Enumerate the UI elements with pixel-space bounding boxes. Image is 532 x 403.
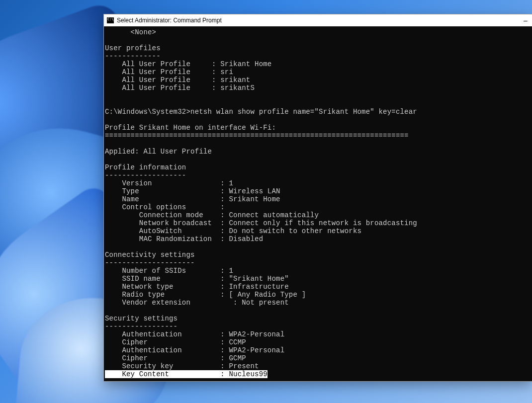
output-line: ========================================… (105, 132, 409, 140)
section-header: Profile information (105, 163, 186, 171)
terminal-output[interactable]: <None> User profiles ------------- All U… (104, 26, 532, 381)
section-header: Connectivity settings (105, 251, 195, 259)
output-line: Network type : Infrastructure (105, 283, 289, 291)
output-line: All User Profile : srikant (105, 76, 250, 84)
output-line: Connection mode : Connect automatically (105, 211, 319, 219)
output-line: Type : Wireless LAN (105, 187, 280, 195)
output-line: ------------- (105, 52, 161, 60)
output-line: Applied: All User Profile (105, 148, 212, 156)
output-line: Authentication : WPA2-Personal (105, 346, 284, 354)
command-prompt-window: Select Administrator: Command Prompt – <… (103, 14, 532, 382)
output-line: Name : Srikant Home (105, 195, 280, 203)
output-line: Cipher : GCMP (105, 354, 246, 362)
output-line: All User Profile : Srikant Home (105, 60, 271, 68)
cmd-icon (107, 17, 114, 23)
output-line: ------------------- (105, 171, 186, 179)
output-line: All User Profile : sri (105, 68, 233, 76)
output-line: Radio type : [ Any Radio Type ] (105, 291, 306, 299)
titlebar[interactable]: Select Administrator: Command Prompt – (104, 14, 532, 26)
output-line: Vendor extension : Not present (105, 299, 289, 307)
output-line: Cipher : CCMP (105, 338, 246, 346)
output-line: Number of SSIDs : 1 (105, 267, 233, 275)
output-line: Control options : (105, 203, 225, 211)
output-line: Security key : Present (105, 362, 259, 370)
minimize-button[interactable]: – (522, 17, 529, 24)
output-line: All User Profile : srikantS (105, 84, 255, 92)
output-line: ----------------- (105, 322, 177, 330)
section-header: Security settings (105, 315, 177, 322)
output-line: Profile Srikant Home on interface Wi-Fi: (105, 124, 276, 132)
output-line: MAC Randomization : Disabled (105, 235, 263, 243)
window-title: Select Administrator: Command Prompt (117, 17, 519, 24)
output-line: Version : 1 (105, 179, 233, 187)
output-line: --------------------- (105, 259, 195, 267)
window-controls: – (522, 14, 529, 26)
output-line: SSID name : "Srikant Home" (105, 275, 289, 283)
output-line: Authentication : WPA2-Personal (105, 330, 284, 338)
output-line: User profiles (105, 44, 161, 52)
command-line: C:\Windows\System32>netsh wlan show prof… (105, 108, 417, 116)
output-line: <None> (105, 28, 156, 36)
key-content-highlight: Key Content : Nucleus99 (105, 370, 267, 378)
output-line: Network broadcast : Connect only if this… (105, 219, 417, 227)
output-line: AutoSwitch : Do not switch to other netw… (105, 227, 361, 235)
